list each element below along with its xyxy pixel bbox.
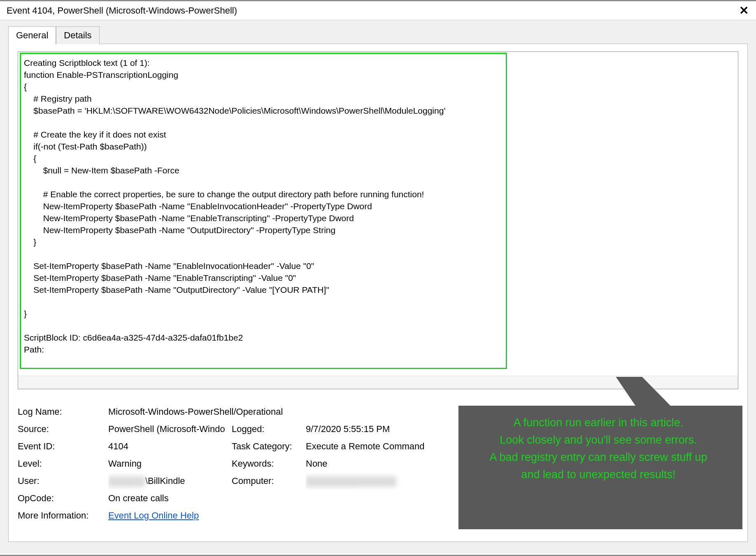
- tab-details[interactable]: Details: [56, 26, 99, 44]
- label-log-name: Log Name:: [18, 403, 108, 421]
- value-computer: xxxxxxxxxxx: [306, 472, 437, 490]
- value-user-suffix: \BillKindle: [145, 476, 185, 486]
- window-titlebar: Event 4104, PowerShell (Microsoft-Window…: [0, 1, 756, 20]
- value-level: Warning: [108, 455, 232, 472]
- annotation-callout: A function run earlier in this article. …: [446, 377, 742, 533]
- scriptblock-text: Creating Scriptblock text (1 of 1): func…: [18, 52, 738, 360]
- tab-general[interactable]: General: [8, 26, 56, 44]
- label-source: Source:: [18, 421, 108, 438]
- link-event-log-online-help[interactable]: Event Log Online Help: [108, 510, 199, 521]
- value-opcode: On create calls: [108, 490, 437, 507]
- label-logged: Logged:: [232, 421, 306, 438]
- annotation-line-3: A bad registry entry can really screw st…: [467, 449, 730, 466]
- value-more-info: Event Log Online Help: [108, 507, 437, 524]
- label-level: Level:: [18, 455, 108, 472]
- tabstrip: General Details: [8, 26, 748, 44]
- annotation-line-1: A function run earlier in this article.: [467, 414, 730, 431]
- label-event-id: Event ID:: [18, 438, 108, 455]
- value-source: PowerShell (Microsoft-Windo: [108, 421, 232, 438]
- scriptblock-pane: Creating Scriptblock text (1 of 1): func…: [18, 51, 738, 389]
- window-title: Event 4104, PowerShell (Microsoft-Window…: [7, 5, 237, 16]
- dialog-body: General Details Creating Scriptblock tex…: [0, 20, 756, 554]
- label-opcode: OpCode:: [18, 490, 108, 507]
- value-keywords: None: [306, 455, 437, 472]
- value-logged: 9/7/2020 5:55:15 PM: [306, 421, 437, 438]
- label-task-category: Task Category:: [232, 438, 306, 455]
- close-icon[interactable]: ✕: [737, 4, 751, 17]
- annotation-line-4: and lead to unexpected results!: [467, 466, 730, 483]
- value-event-id: 4104: [108, 438, 232, 455]
- scriptblock-viewport[interactable]: Creating Scriptblock text (1 of 1): func…: [18, 52, 738, 376]
- label-computer: Computer:: [232, 472, 306, 490]
- redacted-user-domain: xxxxx: [108, 476, 145, 487]
- redacted-computer: xxxxxxxxxxx: [306, 476, 396, 487]
- tab-content: Creating Scriptblock text (1 of 1): func…: [8, 44, 748, 542]
- label-keywords: Keywords:: [232, 455, 306, 472]
- value-log-name: Microsoft-Windows-PowerShell/Operational: [108, 403, 437, 421]
- value-user: xxxxx\BillKindle: [108, 472, 232, 490]
- annotation-line-2: Look closely and you'll see some errors.: [467, 431, 730, 449]
- label-user: User:: [18, 472, 108, 490]
- value-task-category: Execute a Remote Command: [306, 438, 437, 455]
- annotation-text: A function run earlier in this article. …: [467, 414, 730, 483]
- label-more-info: More Information:: [18, 507, 108, 524]
